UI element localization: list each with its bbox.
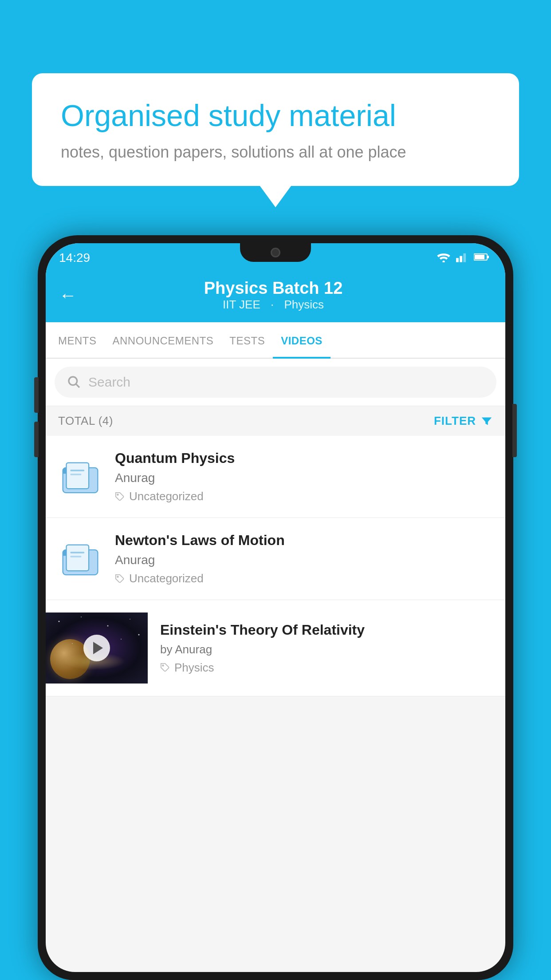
item-tag: Physics	[160, 661, 480, 675]
svg-rect-12	[71, 474, 82, 475]
phone-screen: 14:29	[46, 243, 505, 972]
list-item[interactable]: Einstein's Theory Of Relativity by Anura…	[46, 600, 505, 696]
speech-bubble: Organised study material notes, question…	[32, 73, 519, 186]
folder-icon	[60, 457, 100, 497]
tab-tests[interactable]: TESTS	[221, 322, 273, 358]
item-title: Quantum Physics	[115, 450, 493, 466]
play-icon	[93, 642, 103, 654]
back-button[interactable]: ←	[59, 285, 77, 305]
filter-button[interactable]: FILTER	[434, 414, 493, 428]
item-info: Quantum Physics Anurag Uncategorized	[115, 450, 493, 503]
tab-announcements[interactable]: ANNOUNCEMENTS	[105, 322, 222, 358]
phone-device: 14:29	[38, 235, 513, 980]
svg-rect-6	[487, 256, 489, 258]
search-input-wrapper[interactable]: Search	[55, 367, 496, 398]
svg-rect-16	[71, 552, 85, 553]
item-tag: Uncategorized	[115, 572, 493, 585]
svg-rect-17	[71, 556, 82, 557]
filter-label: FILTER	[434, 414, 476, 428]
video-list: Quantum Physics Anurag Uncategorized	[46, 436, 505, 696]
tabs-bar: MENTS ANNOUNCEMENTS TESTS VIDEOS	[46, 322, 505, 359]
svg-rect-11	[71, 470, 85, 471]
total-count: TOTAL (4)	[58, 414, 113, 428]
item-author: Anurag	[115, 471, 493, 485]
item-tag-text: Physics	[174, 661, 214, 675]
header-subtitle-part1: IIT JEE	[223, 298, 260, 311]
header-title: Physics Batch 12	[86, 279, 461, 298]
tab-ments[interactable]: MENTS	[50, 322, 105, 358]
svg-point-25	[121, 639, 122, 640]
folder-icon	[60, 539, 100, 579]
item-tag: Uncategorized	[115, 490, 493, 503]
svg-point-19	[59, 621, 60, 622]
wifi-icon	[437, 252, 451, 264]
svg-rect-1	[456, 258, 459, 262]
item-author: Anurag	[115, 553, 493, 567]
list-item[interactable]: Quantum Physics Anurag Uncategorized	[46, 436, 505, 518]
header-subtitle-separator: ·	[271, 298, 277, 311]
svg-point-26	[162, 665, 164, 666]
battery-icon	[474, 252, 490, 264]
svg-rect-5	[475, 255, 484, 259]
header-subtitle: IIT JEE · Physics	[86, 298, 461, 312]
signal-icon	[456, 252, 468, 264]
item-info: Newton's Laws of Motion Anurag Uncategor…	[115, 532, 493, 585]
svg-point-13	[117, 494, 118, 495]
tag-icon	[160, 663, 170, 672]
speech-bubble-container: Organised study material notes, question…	[32, 73, 519, 186]
item-tag-text: Uncategorized	[129, 572, 204, 585]
search-container: Search	[46, 359, 505, 406]
status-time: 14:29	[59, 251, 90, 265]
svg-rect-10	[67, 463, 89, 489]
front-camera	[271, 248, 280, 257]
svg-point-7	[69, 377, 77, 385]
status-icons	[437, 252, 490, 264]
tag-icon	[115, 574, 125, 584]
svg-point-20	[81, 616, 82, 617]
item-thumbnail	[58, 452, 102, 501]
svg-point-18	[117, 576, 118, 577]
search-input[interactable]: Search	[88, 375, 484, 390]
header-title-block: Physics Batch 12 IIT JEE · Physics	[86, 279, 461, 312]
item-thumbnail	[58, 534, 102, 583]
tab-videos[interactable]: VIDEOS	[273, 322, 331, 358]
volume-up-button[interactable]	[34, 377, 39, 413]
svg-point-23	[138, 634, 140, 636]
filter-icon	[480, 415, 493, 427]
video-thumbnail	[46, 612, 148, 684]
volume-down-button[interactable]	[34, 422, 39, 457]
svg-line-8	[76, 384, 79, 387]
item-info: Einstein's Theory Of Relativity by Anura…	[148, 622, 493, 675]
svg-point-24	[72, 643, 73, 644]
filter-row: TOTAL (4) FILTER	[46, 406, 505, 436]
search-icon	[67, 375, 81, 389]
svg-point-0	[442, 261, 445, 262]
item-tag-text: Uncategorized	[129, 490, 204, 503]
item-title: Einstein's Theory Of Relativity	[160, 622, 480, 638]
item-author: by Anurag	[160, 643, 480, 656]
svg-point-22	[130, 619, 130, 620]
play-button[interactable]	[83, 635, 110, 661]
list-item[interactable]: Newton's Laws of Motion Anurag Uncategor…	[46, 518, 505, 600]
header-subtitle-part2: Physics	[284, 298, 324, 311]
svg-rect-3	[463, 253, 466, 262]
tag-icon	[115, 492, 125, 502]
phone-notch	[240, 243, 311, 262]
item-title: Newton's Laws of Motion	[115, 532, 493, 549]
power-button[interactable]	[512, 404, 517, 457]
svg-rect-15	[67, 545, 89, 571]
svg-point-21	[107, 625, 109, 627]
app-header: ← Physics Batch 12 IIT JEE · Physics	[46, 270, 505, 322]
speech-bubble-subtitle: notes, question papers, solutions all at…	[61, 143, 490, 162]
speech-bubble-title: Organised study material	[61, 98, 490, 134]
svg-rect-2	[460, 256, 462, 262]
